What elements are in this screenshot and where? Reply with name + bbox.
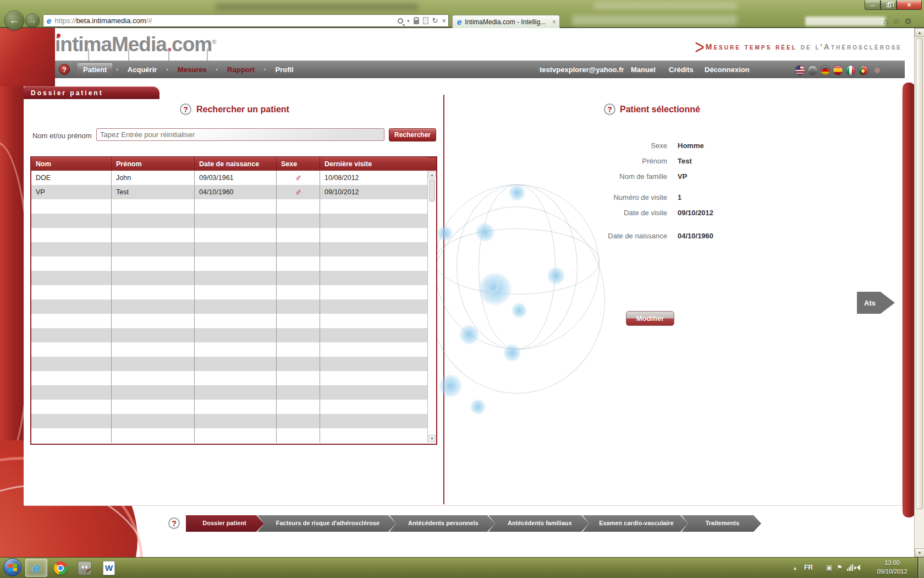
tray-network-icon[interactable] <box>847 564 853 571</box>
flag-pt-icon[interactable] <box>858 65 868 75</box>
field-date-visite: Date de visite 09/10/2012 <box>495 209 847 217</box>
nav-item-rapport[interactable]: Rapport <box>222 63 260 76</box>
nav-item-profil[interactable]: Profil <box>270 63 299 76</box>
browser-back-button[interactable]: ← <box>4 10 24 30</box>
chrome-icon <box>54 561 67 575</box>
table-row-empty <box>31 414 427 428</box>
breadcrumb-facteurs-risque[interactable]: Facteurs de risque d'athérosclérose <box>257 515 396 532</box>
scroll-thumb[interactable] <box>916 38 923 509</box>
tray-clock[interactable]: 13:00 09/10/2012 <box>871 558 913 576</box>
browser-scrollbar[interactable]: ▲ ▼ <box>914 28 924 557</box>
close-button[interactable]: × <box>897 1 922 10</box>
flag-fr-icon[interactable] <box>807 65 818 75</box>
table-scroll-up-icon[interactable]: ▲ <box>428 171 436 178</box>
scroll-up-icon[interactable]: ▲ <box>915 28 924 37</box>
table-row-vp-selected[interactable]: VP Test 04/10/1960 ♂ 09/10/2012 <box>31 185 427 199</box>
search-field-label: Nom et/ou prénom <box>32 132 92 140</box>
field-nom-famille: Nom de famille VP <box>495 172 847 181</box>
ie-favicon: e <box>47 16 51 25</box>
compatibility-view-icon[interactable] <box>423 17 428 24</box>
nav-link-manuel[interactable]: Manuel <box>631 61 656 78</box>
table-row-empty <box>31 357 427 371</box>
breadcrumb-traitements[interactable]: Traitements <box>681 515 761 532</box>
breadcrumb-help-icon[interactable]: ? <box>168 517 180 529</box>
tray-volume-icon[interactable] <box>856 565 860 570</box>
red-artwork-left-strip <box>0 86 24 447</box>
nav-link-deconnexion[interactable]: Déconnexion <box>705 61 750 78</box>
nav-item-patient[interactable]: Patient <box>78 63 112 76</box>
breadcrumb-examen-cardio[interactable]: Examen cardio-vasculaire <box>582 515 688 532</box>
breadcrumb-antecedents-familiaux[interactable]: Antécédents familiaux <box>488 515 589 532</box>
flag-es-icon[interactable] <box>833 65 843 75</box>
tab-close-icon[interactable]: × <box>552 18 556 26</box>
show-desktop-button[interactable] <box>917 557 924 578</box>
table-row-doe[interactable]: DOE John 09/03/1961 ♂ 10/08/2012 <box>31 171 427 185</box>
search-help-icon[interactable]: ? <box>180 103 191 115</box>
search-button[interactable]: Rechercher <box>389 128 436 141</box>
flag-de-icon[interactable] <box>820 65 831 75</box>
search-icon[interactable] <box>398 18 403 24</box>
taskbar-chrome-button[interactable] <box>50 559 72 577</box>
breadcrumb-antecedents-personnels[interactable]: Antécédents personnels <box>389 515 495 532</box>
tray-time: 13:00 <box>871 558 913 567</box>
background-searchbox-blur <box>805 17 886 26</box>
table-row-empty <box>31 314 427 328</box>
table-row-empty <box>31 385 427 400</box>
settings-gear-icon[interactable]: ⚙ <box>905 17 912 26</box>
male-icon: ♂ <box>295 187 302 198</box>
favorites-star-icon[interactable]: ☆ <box>893 17 900 26</box>
scroll-down-icon[interactable]: ▼ <box>915 548 924 557</box>
column-header-visite: Dernière visite <box>320 157 427 171</box>
red-artwork-top-left <box>0 28 55 86</box>
stop-icon[interactable]: × <box>442 17 446 25</box>
field-prenom: Prénom Test <box>495 157 847 165</box>
tray-action-center-icon[interactable]: ▣ <box>826 557 832 578</box>
nav-help-icon[interactable]: ? <box>59 64 70 75</box>
tray-hidden-icons[interactable]: ▴ <box>794 557 796 578</box>
column-header-naissance: Date de naissance <box>195 157 277 171</box>
table-scroll-down-icon[interactable]: ▼ <box>428 435 436 442</box>
browser-forward-button[interactable]: → <box>25 13 40 28</box>
tab-title: IntimaMedia.com - Intellig... <box>465 18 550 26</box>
dossier-patient-tab[interactable]: Dossier patient <box>24 86 160 99</box>
table-scrollbar[interactable]: ▲ ▼ <box>427 171 436 443</box>
taskbar-ie-button[interactable]: e <box>25 559 47 577</box>
taskbar-word-button[interactable]: W <box>98 559 120 577</box>
table-row-empty <box>31 299 427 314</box>
nav-tick <box>207 48 208 61</box>
patient-table: Nom Prénom Date de naissance Sexe Derniè… <box>30 156 437 445</box>
field-date-naissance: Date de naissance 04/10/1960 <box>495 232 847 240</box>
flag-us-icon[interactable] <box>795 65 805 75</box>
start-button[interactable] <box>3 558 21 576</box>
taskbar-gimp-button[interactable] <box>74 559 96 577</box>
window-controls: — × <box>865 1 922 10</box>
address-bar[interactable]: e https://beta.intimamedia.com/# ▾ ↻ × <box>43 14 449 27</box>
table-row-empty <box>31 328 427 342</box>
minimize-button[interactable]: — <box>865 1 881 10</box>
patient-table-header: Nom Prénom Date de naissance Sexe Derniè… <box>31 157 436 171</box>
breadcrumb-dossier-patient[interactable]: Dossier patient <box>186 515 264 532</box>
tray-language-indicator[interactable]: FR <box>804 557 813 578</box>
background-window-title-blur <box>216 3 418 10</box>
table-scroll-thumb[interactable] <box>429 179 435 201</box>
tray-flag-icon[interactable]: ⚑ <box>837 557 843 578</box>
nav-separator-dot: • <box>216 67 218 73</box>
nav-item-mesures[interactable]: Mesures <box>172 63 212 76</box>
restore-icon <box>887 3 891 7</box>
field-sexe: Sexe Homme <box>495 141 847 150</box>
screen: — × ← → e https://beta.intimamedia.com/#… <box>0 0 924 578</box>
search-caret-icon[interactable]: ▾ <box>407 18 410 24</box>
table-row-empty <box>31 271 427 285</box>
nav-item-acquerir[interactable]: Acquérir <box>122 63 162 76</box>
search-input[interactable] <box>96 128 384 141</box>
selected-help-icon[interactable]: ? <box>604 103 615 115</box>
patient-table-body: DOE John 09/03/1961 ♂ 10/08/2012 VP Test… <box>31 171 427 443</box>
refresh-icon[interactable]: ↻ <box>432 17 438 25</box>
nav-link-credits[interactable]: Crédits <box>669 61 694 78</box>
browser-tab[interactable]: e IntimaMedia.com - Intellig... × <box>452 15 560 28</box>
restore-button[interactable] <box>881 1 897 10</box>
flag-it-icon[interactable] <box>845 65 856 75</box>
nav-separator-dot: • <box>116 67 118 73</box>
home-icon[interactable]: ⌂ <box>883 17 888 26</box>
modify-button[interactable]: Modifier <box>626 311 674 326</box>
